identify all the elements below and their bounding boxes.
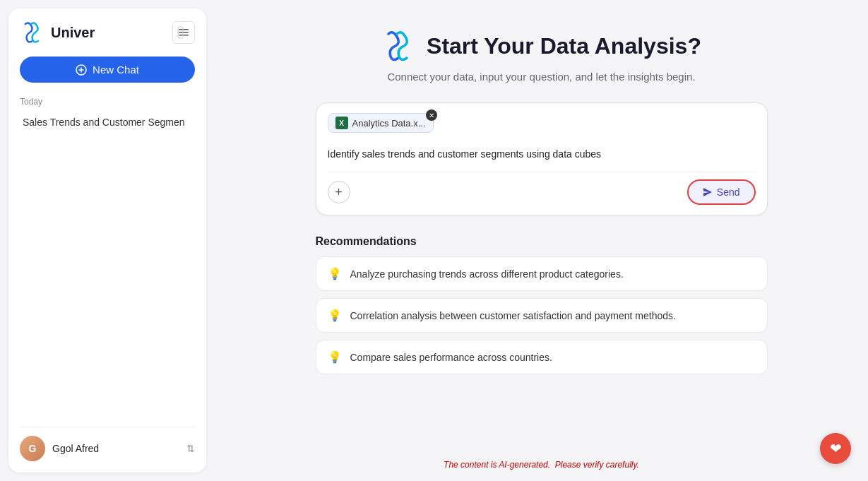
main-content: Start Your Data Analysis? Connect your d… [215,0,868,481]
sidebar: Univer New Chat Today Sales Trends and C… [8,8,206,473]
chat-input-box: X Analytics Data.x... ✕ Identify sales t… [316,102,768,215]
send-label: Send [717,186,740,198]
recommendations-section: Recommendations 💡 Analyze purchasing tre… [316,235,768,381]
recommendation-text-0: Analyze purchasing trends across differe… [350,268,624,280]
logo-area: Univer [20,20,95,45]
svg-rect-0 [179,29,189,30]
hero-logo-icon [381,28,417,64]
footer-emphasis-text: Please verify carefully. [555,460,639,470]
logo-text: Univer [51,25,95,41]
send-button[interactable]: Send [687,179,756,205]
heart-button[interactable]: ❤ [820,433,851,464]
recommendation-text-2: Compare sales performance across countri… [350,352,552,363]
file-chip-wrapper: X Analytics Data.x... ✕ [328,113,434,140]
lightbulb-icon-0: 💡 [328,267,342,280]
new-chat-button[interactable]: New Chat [20,57,195,83]
recommendation-item-2[interactable]: 💡 Compare sales performance across count… [316,340,768,374]
file-chip-close-button[interactable]: ✕ [426,109,437,121]
sidebar-toggle-button[interactable] [172,21,195,44]
sidebar-header: Univer [20,20,195,45]
today-label: Today [20,97,195,107]
new-chat-label: New Chat [93,64,139,76]
plus-icon: + [335,185,343,200]
toggle-icon [177,26,190,39]
recommendation-item-0[interactable]: 💡 Analyze purchasing trends across diffe… [316,256,768,291]
file-chip-name: Analytics Data.x... [352,118,426,129]
add-attachment-button[interactable]: + [328,181,350,203]
avatar: G [20,436,45,461]
main-footer: The content is AI-generated. Please veri… [444,460,639,470]
hero-section: Start Your Data Analysis? Connect your d… [381,28,701,83]
hero-title: Start Your Data Analysis? [427,33,701,59]
chat-actions: + Send [328,172,756,205]
lightbulb-icon-2: 💡 [328,350,342,364]
lightbulb-icon-1: 💡 [328,309,342,322]
recommendation-text-1: Correlation analysis between customer sa… [350,310,676,321]
recommendation-item-1[interactable]: 💡 Correlation analysis between customer … [316,298,768,333]
excel-icon: X [335,117,348,129]
footer-normal-text: The content is AI-generated. [444,460,550,470]
chevron-updown-icon[interactable]: ⇅ [186,443,195,454]
hero-subtitle: Connect your data, input your question, … [387,71,695,83]
file-chip[interactable]: X Analytics Data.x... ✕ [328,113,434,133]
hero-title-row: Start Your Data Analysis? [381,28,701,64]
univer-logo-icon [20,20,45,45]
svg-rect-2 [179,35,189,36]
chat-history-item[interactable]: Sales Trends and Customer Segmen [20,112,195,132]
sidebar-footer: G Ggol Afred ⇅ [20,427,195,461]
recommendations-title: Recommendations [316,235,768,248]
user-name: Ggol Afred [52,443,99,454]
svg-rect-1 [179,32,189,33]
send-icon [703,187,713,197]
plus-circle-icon [76,64,87,76]
chat-input-text[interactable]: Identify sales trends and customer segme… [328,147,756,162]
user-info: G Ggol Afred [20,436,99,461]
